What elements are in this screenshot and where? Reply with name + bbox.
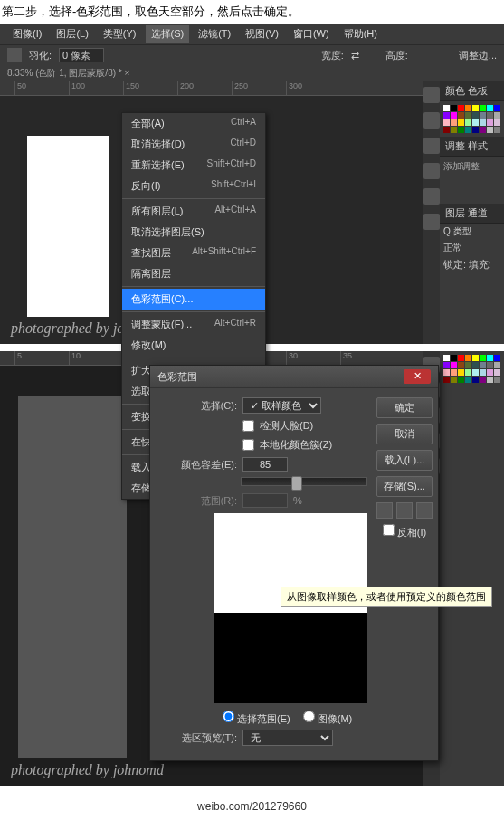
swatch[interactable]: [487, 377, 493, 383]
swatch[interactable]: [443, 362, 450, 368]
swatches-grid-2[interactable]: [440, 351, 504, 386]
menu-filter[interactable]: 滤镜(T): [193, 25, 236, 43]
menu-item[interactable]: 修改(M): [122, 335, 265, 356]
menu-window[interactable]: 窗口(W): [288, 25, 335, 43]
panel-icon[interactable]: [423, 188, 440, 205]
swatch[interactable]: [487, 127, 493, 133]
swatch[interactable]: [487, 369, 493, 376]
swatch[interactable]: [487, 355, 493, 361]
swatch[interactable]: [465, 377, 471, 383]
swatch[interactable]: [458, 377, 464, 383]
swatch[interactable]: [480, 355, 486, 361]
panel-icon[interactable]: [423, 87, 440, 103]
swatch[interactable]: [451, 127, 457, 133]
cancel-button[interactable]: 取消: [376, 424, 433, 444]
panel-icon[interactable]: [423, 214, 440, 230]
swatch[interactable]: [494, 369, 500, 376]
swatch[interactable]: [472, 377, 479, 383]
adjust-edge-button[interactable]: 调整边...: [459, 49, 497, 62]
menu-item[interactable]: 所有图层(L)Alt+Ctrl+A: [122, 201, 265, 222]
layer-kind[interactable]: Q 类型: [440, 224, 504, 240]
tool-icon[interactable]: [7, 48, 22, 62]
menu-layer[interactable]: 图层(L): [51, 25, 93, 43]
swatch[interactable]: [465, 105, 471, 111]
panel-icon[interactable]: [423, 163, 440, 179]
selection-preview-dropdown[interactable]: 无: [242, 730, 333, 746]
menu-select[interactable]: 选择(S): [146, 25, 190, 43]
menu-view[interactable]: 视图(V): [240, 25, 284, 43]
menu-type[interactable]: 类型(Y): [98, 25, 142, 43]
blend-mode[interactable]: 正常: [440, 240, 504, 256]
swatch[interactable]: [480, 362, 486, 368]
eyedropper-sub-icon[interactable]: [416, 502, 433, 519]
swatch[interactable]: [472, 369, 479, 376]
save-button[interactable]: 存储(S)...: [376, 476, 433, 497]
swatch[interactable]: [458, 369, 464, 376]
canvas[interactable]: [27, 136, 109, 317]
swatch[interactable]: [472, 362, 479, 368]
swatch[interactable]: [472, 127, 479, 133]
swatch[interactable]: [443, 105, 450, 111]
swatch[interactable]: [480, 377, 486, 383]
swatch[interactable]: [451, 362, 457, 368]
swatch[interactable]: [487, 105, 493, 111]
swatch[interactable]: [465, 127, 471, 133]
select-dropdown[interactable]: ✓ 取样颜色: [242, 397, 321, 414]
fuzziness-slider[interactable]: [241, 477, 367, 486]
panel-icon[interactable]: [423, 112, 440, 129]
menu-item[interactable]: 查找图层Alt+Shift+Ctrl+F: [122, 243, 265, 263]
swatch[interactable]: [458, 355, 464, 361]
localize-checkbox[interactable]: [242, 439, 254, 451]
swatch[interactable]: [451, 369, 457, 376]
invert-checkbox[interactable]: 反相(I): [376, 524, 433, 539]
radio-image[interactable]: 图像(M): [303, 711, 353, 726]
swatch[interactable]: [494, 112, 500, 119]
swatch[interactable]: [472, 355, 479, 361]
swatch[interactable]: [480, 369, 486, 376]
menu-image[interactable]: 图像(I): [7, 25, 47, 43]
preview-area[interactable]: [214, 513, 367, 703]
menu-item[interactable]: 取消选择(D)Ctrl+D: [122, 134, 265, 155]
swatch[interactable]: [458, 127, 464, 133]
swatch[interactable]: [494, 127, 500, 133]
close-icon[interactable]: ✕: [404, 369, 431, 384]
swatch[interactable]: [472, 105, 479, 111]
swatch[interactable]: [443, 112, 450, 119]
swatch[interactable]: [458, 362, 464, 368]
menu-item[interactable]: 反向(I)Shift+Ctrl+I: [122, 176, 265, 196]
swatch[interactable]: [443, 369, 450, 376]
swatch[interactable]: [451, 377, 457, 383]
swatch[interactable]: [451, 355, 457, 361]
menu-item[interactable]: 全部(A)Ctrl+A: [122, 113, 265, 134]
swatch[interactable]: [480, 105, 486, 111]
swatch[interactable]: [480, 112, 486, 119]
radio-selection[interactable]: 选择范围(E): [223, 711, 290, 726]
fuzziness-input[interactable]: [242, 457, 288, 472]
swatches-grid[interactable]: [440, 101, 504, 137]
eyedropper-icon[interactable]: [376, 502, 393, 519]
menu-item[interactable]: 取消选择图层(S): [122, 222, 265, 243]
swatch[interactable]: [494, 355, 500, 361]
swatch[interactable]: [451, 119, 457, 126]
swatch[interactable]: [472, 112, 479, 119]
swatch[interactable]: [480, 119, 486, 126]
swatch[interactable]: [443, 377, 450, 383]
swatch[interactable]: [487, 112, 493, 119]
menu-help[interactable]: 帮助(H): [338, 25, 383, 43]
swatch[interactable]: [487, 362, 493, 368]
detect-faces-checkbox[interactable]: [242, 420, 254, 432]
swatch[interactable]: [443, 127, 450, 133]
swatch[interactable]: [465, 355, 471, 361]
menu-item[interactable]: 色彩范围(C)...: [122, 289, 265, 310]
panel-icon[interactable]: [423, 138, 440, 154]
load-button[interactable]: 载入(L)...: [376, 450, 433, 471]
swatch[interactable]: [494, 362, 500, 368]
swatch[interactable]: [494, 119, 500, 126]
swatch[interactable]: [494, 377, 500, 383]
swatch[interactable]: [465, 369, 471, 376]
menu-item[interactable]: 重新选择(E)Shift+Ctrl+D: [122, 155, 265, 176]
layers-tab[interactable]: 图层 通道: [440, 204, 504, 224]
swatch[interactable]: [451, 112, 457, 119]
document-tab[interactable]: 8.33% (色阶 1, 图层蒙版/8) * ×: [0, 65, 504, 81]
menu-item[interactable]: 隔离图层: [122, 263, 265, 284]
